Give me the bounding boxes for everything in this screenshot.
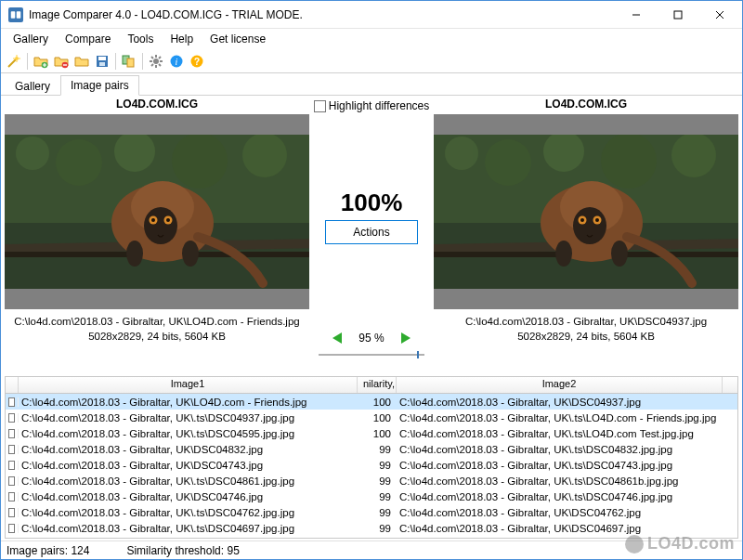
svg-rect-3 <box>674 11 682 19</box>
svg-point-56 <box>573 207 606 244</box>
gear-icon[interactable] <box>147 52 165 71</box>
row-checkbox[interactable] <box>6 492 19 501</box>
svg-point-29 <box>16 137 49 170</box>
cell-image2: C:\lo4d.com\2018.03 - Gibraltar, UK\DSC0… <box>397 523 723 534</box>
window-title: Image Comparer 4.0 - LO4D.COM.ICG - TRIA… <box>29 8 615 21</box>
cell-image2: C:\lo4d.com\2018.03 - Gibraltar, UK\.ts\… <box>397 491 723 502</box>
status-threshold: Similarity threshold: 95 <box>126 544 239 557</box>
row-checkbox[interactable] <box>6 461 19 470</box>
next-pair-arrow-icon[interactable] <box>401 332 411 344</box>
menu-get-license[interactable]: Get license <box>202 31 274 47</box>
svg-line-20 <box>159 64 161 66</box>
table-row[interactable]: C:\lo4d.com\2018.03 - Gibraltar, UK\DSC0… <box>6 488 737 504</box>
svg-rect-10 <box>98 57 106 60</box>
table-row[interactable]: C:\lo4d.com\2018.03 - Gibraltar, UK\.ts\… <box>6 536 737 539</box>
row-checkbox[interactable] <box>6 445 19 454</box>
cell-similarity: 99 <box>358 523 397 534</box>
cell-image1: C:\lo4d.com\2018.03 - Gibraltar, UK\DSC0… <box>19 444 358 455</box>
cell-similarity: 100 <box>358 412 397 423</box>
cell-similarity: 99 <box>358 475 397 487</box>
menu-compare[interactable]: Compare <box>57 31 119 47</box>
svg-point-47 <box>445 137 478 170</box>
minimize-button[interactable] <box>615 1 657 28</box>
compare-area: LO4D.COM.ICG <box>1 96 742 374</box>
left-image-info: C:\lo4d.com\2018.03 - Gibraltar, UK\LO4D… <box>5 309 309 344</box>
col-similarity[interactable]: nilarity, <box>358 377 397 393</box>
row-checkbox[interactable] <box>6 508 19 517</box>
svg-point-30 <box>56 139 102 186</box>
cell-image2: C:\lo4d.com\2018.03 - Gibraltar, UK\.ts\… <box>397 428 723 439</box>
svg-point-41 <box>151 218 155 222</box>
svg-point-62 <box>611 241 628 267</box>
row-checkbox[interactable] <box>6 429 19 438</box>
row-checkbox[interactable] <box>6 524 19 533</box>
tab-image-pairs[interactable]: Image pairs <box>60 75 139 96</box>
cell-image2: C:\lo4d.com\2018.03 - Gibraltar, UK\.ts\… <box>397 412 723 423</box>
table-row[interactable]: C:\lo4d.com\2018.03 - Gibraltar, UK\.ts\… <box>6 425 737 441</box>
cell-image1: C:\lo4d.com\2018.03 - Gibraltar, UK\.ts\… <box>19 523 358 534</box>
right-image-info: C:\lo4d.com\2018.03 - Gibraltar, UK\DSC0… <box>434 309 738 344</box>
cell-image2: C:\lo4d.com\2018.03 - Gibraltar, UK\DSC0… <box>397 539 723 540</box>
add-folder-icon[interactable] <box>32 52 50 71</box>
menu-gallery[interactable]: Gallery <box>5 31 57 47</box>
svg-line-21 <box>151 64 153 66</box>
row-checkbox[interactable] <box>6 397 19 407</box>
menu-help[interactable]: Help <box>162 31 202 47</box>
row-checkbox[interactable] <box>6 413 19 423</box>
table-row[interactable]: C:\lo4d.com\2018.03 - Gibraltar, UK\.ts\… <box>6 520 737 536</box>
folder-icon[interactable] <box>72 52 91 71</box>
highlight-differences-checkbox[interactable] <box>314 100 326 112</box>
col-image2[interactable]: Image2 <box>397 377 723 393</box>
table-header: Image1 nilarity, Image2 <box>6 377 737 394</box>
svg-point-6 <box>15 57 19 60</box>
svg-point-14 <box>153 59 159 64</box>
left-image <box>5 135 309 289</box>
table-row[interactable]: C:\lo4d.com\2018.03 - Gibraltar, UK\.ts\… <box>6 410 737 425</box>
svg-point-38 <box>144 207 177 244</box>
table-body: C:\lo4d.com\2018.03 - Gibraltar, UK\LO4D… <box>6 394 737 539</box>
titlebar: Image Comparer 4.0 - LO4D.COM.ICG - TRIA… <box>1 1 742 29</box>
statusbar: Image pairs: 124 Similarity threshold: 9… <box>1 540 742 559</box>
svg-point-43 <box>126 241 143 267</box>
left-image-path: C:\lo4d.com\2018.03 - Gibraltar, UK\LO4D… <box>5 315 309 330</box>
match-percent: 100% <box>309 189 434 217</box>
menubar: Gallery Compare Tools Help Get license <box>1 29 742 49</box>
close-button[interactable] <box>698 1 740 28</box>
table-row[interactable]: C:\lo4d.com\2018.03 - Gibraltar, UK\LO4D… <box>6 394 737 410</box>
threshold-slider[interactable] <box>319 354 424 356</box>
svg-point-51 <box>671 135 716 177</box>
table-row[interactable]: C:\lo4d.com\2018.03 - Gibraltar, UK\.ts\… <box>6 473 737 488</box>
highlight-differences-label: Highlight differences <box>329 99 430 112</box>
col-image1[interactable]: Image1 <box>19 377 358 393</box>
cell-image1: C:\lo4d.com\2018.03 - Gibraltar, UK\.ts\… <box>19 428 358 439</box>
svg-point-61 <box>555 241 572 267</box>
col-scroll-gutter <box>723 377 737 393</box>
wand-icon[interactable] <box>5 52 23 71</box>
center-column: Highlight differences 100% Actions 95 % <box>309 98 434 374</box>
cell-image1: C:\lo4d.com\2018.03 - Gibraltar, UK\DSC0… <box>19 491 358 502</box>
maximize-button[interactable] <box>657 1 698 28</box>
remove-folder-icon[interactable] <box>52 52 71 71</box>
status-pairs: Image pairs: 124 <box>7 544 89 557</box>
tab-gallery[interactable]: Gallery <box>5 76 60 96</box>
info-icon[interactable]: i <box>167 52 186 71</box>
row-checkbox[interactable] <box>6 476 19 486</box>
right-image-viewport[interactable] <box>434 114 738 309</box>
col-checkbox[interactable] <box>6 377 19 393</box>
actions-button[interactable]: Actions <box>325 220 418 244</box>
app-icon <box>8 7 23 22</box>
cell-image2: C:\lo4d.com\2018.03 - Gibraltar, UK\.ts\… <box>397 475 723 487</box>
cell-image1: C:\lo4d.com\2018.03 - Gibraltar, UK\.ts\… <box>19 507 358 518</box>
prev-pair-arrow-icon[interactable] <box>332 332 342 344</box>
table-row[interactable]: C:\lo4d.com\2018.03 - Gibraltar, UK\DSC0… <box>6 441 737 457</box>
left-image-viewport[interactable] <box>5 114 309 309</box>
cell-image1: C:\lo4d.com\2018.03 - Gibraltar, UK\.ts\… <box>19 539 358 540</box>
table-row[interactable]: C:\lo4d.com\2018.03 - Gibraltar, UK\.ts\… <box>6 504 737 520</box>
svg-rect-13 <box>127 59 134 67</box>
tab-bar: Gallery Image pairs <box>1 73 742 96</box>
menu-tools[interactable]: Tools <box>119 31 162 47</box>
save-icon[interactable] <box>93 52 111 71</box>
find-duplicates-icon[interactable] <box>120 52 138 71</box>
help-icon[interactable]: ? <box>188 52 206 71</box>
table-row[interactable]: C:\lo4d.com\2018.03 - Gibraltar, UK\DSC0… <box>6 457 737 473</box>
